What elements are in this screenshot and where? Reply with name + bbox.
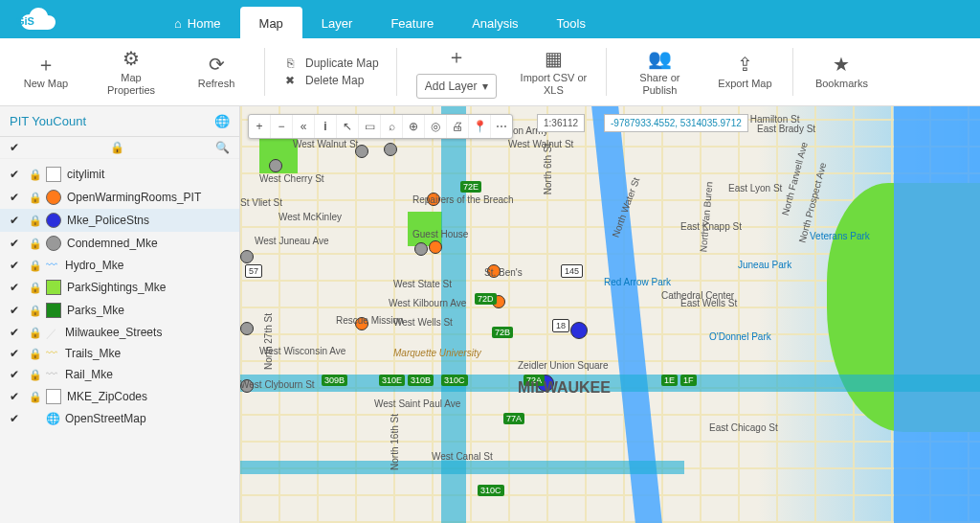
coords-display[interactable]: -9787933.4552, 5314035.9712 [604,114,748,132]
layer-row[interactable]: ✔🔒〰Hydro_Mke [0,255,239,276]
select-rect-button[interactable]: ▭ [359,115,381,138]
top-nav: ⌂Home Map Layer Feature Analysis Tools [155,0,605,38]
tab-layer[interactable]: Layer [302,7,372,38]
condemned-marker[interactable] [414,242,428,256]
zoom-rect-button[interactable]: ⌕ [381,115,403,138]
check-icon: ✔ [10,368,23,381]
condemned-marker[interactable] [240,322,254,335]
lock-icon: 🔒 [29,327,40,339]
layer-name: Mke_PoliceStns [67,214,230,227]
grid-icon: ▦ [545,47,563,70]
poi-label: Repairers of the Breach [412,194,514,205]
layer-row[interactable]: ✔🔒Condemned_Mke [0,232,239,255]
home-icon: ⌂ [174,16,182,31]
map-properties-button[interactable]: ⚙Map Properties [90,43,172,101]
lock-icon: 🔒 [29,192,40,204]
print-button[interactable]: 🖨 [447,115,469,138]
street-label: West State St [393,279,452,289]
street-label: West Canal St [432,451,493,462]
street-label: North 16th St [390,414,400,470]
lock-icon: 🔒 [29,348,40,360]
tab-tools[interactable]: Tools [538,7,605,38]
layer-row[interactable]: ✔🔒OpenWarmingRooms_PIT [0,186,239,209]
zoom-in-button[interactable]: + [249,115,271,138]
layer-row[interactable]: ✔🔒／Milwaukee_Streets [0,322,239,343]
street-label: West Walnut St [508,139,573,149]
scale-display[interactable]: 1:36112 [537,114,585,132]
road-shield: 57 [245,264,262,278]
layer-row[interactable]: ✔🌐OpenStreetMap [0,408,239,429]
new-map-button[interactable]: ＋New Map [10,49,82,94]
zoom-extent-button[interactable]: ⊕ [403,115,425,138]
lock-icon: 🔒 [29,238,40,250]
tab-analysis[interactable]: Analysis [453,7,537,38]
bookmarks-button[interactable]: ★Bookmarks [805,49,878,94]
layer-name: MKE_ZipCodes [67,390,230,403]
road-shield: 18 [552,319,569,332]
layer-row[interactable]: ✔🔒〰Trails_Mke [0,343,239,364]
share-button[interactable]: 👥Share or Publish [618,43,701,101]
police-station-marker[interactable] [570,322,588,339]
road-shield: 72E [460,181,481,193]
layer-tools: ✔ 🔒 🔍 [0,137,239,159]
tab-feature[interactable]: Feature [371,7,453,38]
map-canvas[interactable]: 72E 57 145 72D 72B 18 309B 310E 310B 310… [240,106,980,523]
add-layer-group: ＋ Add Layer▾ [409,41,505,102]
condemned-marker[interactable] [240,250,254,263]
add-layer-button[interactable]: Add Layer▾ [416,74,498,99]
zoom-out-button[interactable]: − [271,115,293,138]
import-button[interactable]: ▦Import CSV or XLS [512,43,594,101]
export-button[interactable]: ⇪Export Map [708,49,781,94]
back-button[interactable]: « [293,115,315,138]
street-label: East Brady St [757,124,815,134]
check-icon: ✔ [10,168,23,181]
tab-map[interactable]: Map [240,7,302,38]
street-label: East Chicago St [709,422,778,433]
street-label: West Juneau Ave [255,236,328,246]
warming-room-marker[interactable] [429,240,442,254]
tab-home[interactable]: ⌂Home [155,7,240,38]
street-label: West Walnut St [293,139,358,149]
street-label: St Vliet St [240,197,282,208]
info-button[interactable]: i [315,115,337,138]
lock-icon: 🔒 [29,260,40,272]
duplicate-map-button[interactable]: ⎘Duplicate Map [282,57,379,70]
layer-row[interactable]: ✔🔒Mke_PoliceStns [0,209,239,232]
zoom-icon[interactable]: 🔍 [215,141,230,154]
layer-row[interactable]: ✔🔒〰Rail_Mke [0,364,239,385]
layer-row[interactable]: ✔🔒citylimit [0,163,239,186]
more-button[interactable]: ⋯ [491,115,512,138]
app-logo[interactable]: GiS [0,0,155,38]
street-label: West Saint Paul Ave [374,398,460,409]
layer-row[interactable]: ✔🔒MKE_ZipCodes [0,385,239,408]
globe-icon[interactable]: 🌐 [214,114,230,128]
delete-map-button[interactable]: ✖Delete Map [282,74,379,87]
layer-name: citylimit [67,168,230,181]
refresh-button[interactable]: ⟳Refresh [180,49,253,94]
condemned-marker[interactable] [269,159,282,172]
road-shield: 310C [441,375,468,386]
layer-panel: PIT YouCount 🌐 ✔ 🔒 🔍 ✔🔒citylimit✔🔒OpenWa… [0,106,240,523]
locate-button[interactable]: ◎ [425,115,447,138]
street-label: East Knapp St [680,221,742,232]
street-label: North 6th St [543,144,553,194]
street-label: North 27th St [263,313,274,370]
street-label: West Clybourn St [240,379,315,390]
pin-button[interactable]: 📍 [469,115,491,138]
check-icon: ✔ [10,237,23,250]
select-button[interactable]: ↖ [337,115,359,138]
lock-icon: 🔒 [29,391,40,403]
layer-row[interactable]: ✔🔒ParkSightings_Mke [0,276,239,299]
poi-label: Cathedral Center [661,290,734,301]
highway [240,461,684,474]
star-icon: ★ [833,53,850,76]
project-title[interactable]: PIT YouCount 🌐 [0,106,239,137]
layer-row[interactable]: ✔🔒Parks_Mke [0,299,239,322]
road-shield: 310C [478,485,504,496]
lock-icon: 🔒 [29,215,40,227]
caret-down-icon: ▾ [482,80,488,93]
lock-icon: 🔒 [29,169,40,181]
poi-label: O'Donnel Park [709,331,771,342]
condemned-marker[interactable] [384,143,397,156]
check-icon: ✔ [10,347,23,360]
